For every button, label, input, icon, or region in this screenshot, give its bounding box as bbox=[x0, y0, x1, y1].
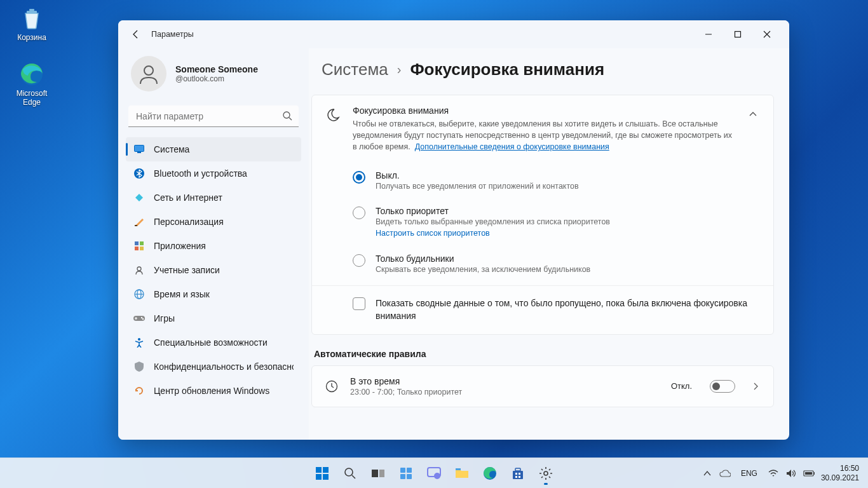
svg-rect-1 bbox=[29, 9, 34, 11]
battery-icon[interactable] bbox=[803, 468, 815, 479]
radio-off bbox=[353, 171, 365, 184]
svg-point-5 bbox=[144, 66, 153, 75]
svg-rect-49 bbox=[814, 472, 815, 475]
focus-assist-learn-more-link[interactable]: Дополнительные сведения о фокусировке вн… bbox=[415, 142, 609, 151]
time-rule-row[interactable]: В это время 23:00 - 7:00; Только приорит… bbox=[312, 366, 773, 407]
rule-description: 23:00 - 7:00; Только приоритет bbox=[350, 388, 660, 396]
svg-point-23 bbox=[138, 338, 140, 341]
svg-rect-26 bbox=[323, 467, 329, 473]
radio-description: Получать все уведомления от приложений и… bbox=[376, 182, 579, 191]
task-view-button[interactable] bbox=[365, 461, 391, 486]
profile-name: Someone Someone bbox=[175, 64, 258, 74]
sidebar-item-label: Персонализация bbox=[154, 217, 224, 227]
summary-checkbox-label: Показать сводные данные о том, что было … bbox=[376, 297, 761, 322]
maximize-button[interactable] bbox=[723, 24, 752, 44]
gaming-icon bbox=[133, 313, 145, 324]
back-button[interactable] bbox=[126, 24, 146, 44]
svg-rect-31 bbox=[372, 470, 378, 477]
svg-rect-9 bbox=[137, 152, 141, 153]
svg-point-47 bbox=[544, 471, 548, 475]
sidebar-item-label: Время и язык bbox=[154, 289, 210, 299]
automatic-rules-title: Автоматические правила bbox=[314, 349, 774, 359]
svg-rect-4 bbox=[735, 32, 741, 37]
sidebar-item-label: Конфиденциальность и безопасность bbox=[154, 362, 294, 372]
rule-title: В это время bbox=[350, 376, 660, 386]
main-content[interactable]: Система › Фокусировка внимания Фокусиров… bbox=[309, 48, 789, 440]
summary-checkbox-row[interactable]: Показать сводные данные о том, что было … bbox=[312, 285, 773, 334]
svg-rect-36 bbox=[407, 474, 412, 479]
svg-rect-42 bbox=[515, 468, 520, 471]
tray-chevron-icon[interactable] bbox=[702, 468, 713, 479]
radio-description: Видеть только выбранные уведомления из с… bbox=[376, 217, 610, 226]
sidebar-item-label: Bluetooth и устройства bbox=[154, 168, 247, 179]
desktop-icon-label: Корзина bbox=[8, 33, 56, 42]
svg-rect-27 bbox=[316, 474, 322, 480]
sidebar-item-time-language[interactable]: Время и язык bbox=[126, 282, 301, 306]
sidebar-item-accessibility[interactable]: Специальные возможности bbox=[126, 330, 301, 355]
sidebar-item-label: Специальные возможности bbox=[154, 337, 268, 348]
focus-assist-header: Фокусировка внимания Чтобы не отвлекатьс… bbox=[312, 95, 773, 163]
sidebar-item-system[interactable]: Система bbox=[126, 137, 301, 161]
window-title: Параметры bbox=[151, 30, 194, 39]
widgets-button[interactable] bbox=[393, 461, 419, 486]
focus-option-off[interactable]: Выкл. Получать все уведомления от прилож… bbox=[312, 163, 773, 198]
accessibility-icon bbox=[133, 337, 145, 348]
search-input[interactable] bbox=[128, 105, 299, 127]
chat-button[interactable] bbox=[421, 461, 447, 486]
onedrive-icon[interactable] bbox=[719, 468, 731, 479]
svg-rect-35 bbox=[400, 474, 405, 479]
sidebar-item-gaming[interactable]: Игры bbox=[126, 306, 301, 330]
profile-block[interactable]: Someone Someone @outlook.com bbox=[126, 48, 301, 103]
focus-option-priority[interactable]: Только приоритет Видеть только выбранные… bbox=[312, 198, 773, 246]
svg-line-7 bbox=[289, 118, 292, 120]
minimize-button[interactable] bbox=[694, 24, 723, 44]
svg-rect-34 bbox=[407, 468, 412, 473]
desktop-icon-edge[interactable]: Microsoft Edge bbox=[8, 61, 56, 107]
svg-rect-11 bbox=[135, 225, 137, 226]
store-button[interactable] bbox=[505, 461, 531, 486]
svg-rect-12 bbox=[135, 241, 139, 245]
sidebar-item-apps[interactable]: Приложения bbox=[126, 234, 301, 258]
svg-rect-41 bbox=[513, 471, 523, 479]
sidebar-item-windows-update[interactable]: Центр обновления Windows bbox=[126, 379, 301, 403]
sidebar-item-bluetooth[interactable]: Bluetooth и устройства bbox=[126, 161, 301, 186]
edge-button[interactable] bbox=[477, 461, 503, 486]
radio-label: Только приоритет bbox=[376, 206, 610, 216]
taskbar-time: 16:50 bbox=[821, 464, 859, 473]
breadcrumb-parent[interactable]: Система bbox=[322, 60, 388, 79]
personalization-icon bbox=[133, 216, 145, 227]
svg-rect-15 bbox=[140, 247, 144, 250]
time-rule-card: В это время 23:00 - 7:00; Только приорит… bbox=[311, 365, 774, 407]
svg-rect-32 bbox=[379, 470, 384, 477]
file-explorer-button[interactable] bbox=[449, 461, 475, 486]
svg-point-21 bbox=[141, 317, 142, 318]
search-button[interactable] bbox=[337, 461, 363, 486]
sidebar-item-network[interactable]: Сеть и Интернет bbox=[126, 186, 301, 210]
collapse-button[interactable] bbox=[744, 105, 762, 123]
svg-point-22 bbox=[142, 318, 144, 320]
settings-button[interactable] bbox=[533, 461, 559, 486]
nav-list: Система Bluetooth и устройства Сеть и Ин… bbox=[126, 137, 301, 403]
taskbar-center bbox=[309, 461, 559, 486]
sidebar-item-privacy[interactable]: Конфиденциальность и безопасность bbox=[126, 355, 301, 379]
clock-date[interactable]: 16:50 30.09.2021 bbox=[821, 464, 859, 483]
close-button[interactable] bbox=[752, 24, 782, 44]
desktop-icon-recycle-bin[interactable]: Корзина bbox=[8, 5, 56, 42]
svg-rect-8 bbox=[135, 146, 144, 152]
sidebar-item-accounts[interactable]: Учетные записи bbox=[126, 258, 301, 282]
customize-priority-link[interactable]: Настроить список приоритетов bbox=[376, 229, 490, 238]
sidebar-item-personalization[interactable]: Персонализация bbox=[126, 210, 301, 234]
volume-icon[interactable] bbox=[785, 468, 797, 479]
focus-assist-title: Фокусировка внимания bbox=[353, 105, 733, 116]
focus-option-alarms[interactable]: Только будильники Скрывать все уведомлен… bbox=[312, 246, 773, 285]
start-button[interactable] bbox=[309, 461, 335, 486]
privacy-icon bbox=[133, 361, 145, 372]
wifi-icon[interactable] bbox=[768, 468, 779, 479]
sidebar-item-label: Система bbox=[154, 144, 189, 154]
radio-alarms[interactable] bbox=[353, 254, 365, 267]
time-rule-toggle[interactable] bbox=[710, 380, 735, 393]
summary-checkbox[interactable] bbox=[353, 297, 365, 310]
radio-priority[interactable] bbox=[353, 207, 365, 219]
radio-description: Скрывать все уведомления, за исключением… bbox=[376, 265, 590, 274]
language-indicator[interactable]: ENG bbox=[737, 466, 761, 480]
